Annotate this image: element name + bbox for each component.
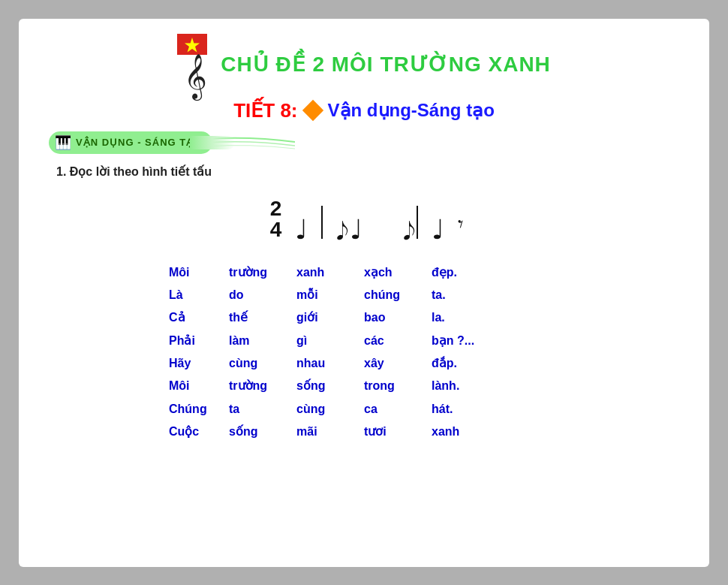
piano-icon: 🎹 <box>55 134 71 151</box>
lyric-word: xây <box>364 352 432 375</box>
header-top-row: 𝄞 CHỦ ĐỀ 2 MÔI TRƯỜNG XANH <box>41 34 687 95</box>
van-dung-subtitle: Vận dụng-Sáng tạo <box>328 100 495 121</box>
lyric-word: Môi <box>169 261 229 284</box>
lyrics-row: Làdomỗichúngta. <box>169 284 559 306</box>
lyrics-row: Môitrườngxanhxạchđẹp. <box>169 261 559 284</box>
note-5: ♩ <box>432 198 444 243</box>
lyric-word: Phải <box>169 330 229 352</box>
treble-clef-area: 𝄞 <box>177 34 207 95</box>
lyric-word: nhau <box>296 352 364 375</box>
lyric-word: thế <box>229 306 296 329</box>
lyric-word: mãi <box>296 421 364 443</box>
lyrics-row: Cuộcsốngmãitươixanh <box>169 421 559 443</box>
lyric-word: gì <box>296 330 364 352</box>
lyric-word: xanh <box>432 421 499 443</box>
lyric-word: ca <box>364 398 432 421</box>
lyric-word: trong <box>364 375 432 397</box>
lyric-word: do <box>229 284 296 306</box>
lyric-word: trường <box>229 375 296 397</box>
bar-line-1 <box>321 206 323 239</box>
tiet-label: TIẾT 8: <box>233 99 297 122</box>
bar-line-2 <box>417 206 418 239</box>
lyric-word: các <box>364 330 432 352</box>
lyric-word: Hãy <box>169 352 229 375</box>
lyrics-row: Môitrườngsốngtronglành. <box>169 375 559 397</box>
note-1: ♩ <box>295 198 308 243</box>
lyric-word: cùng <box>229 352 296 375</box>
lyric-word: xạch <box>364 261 432 284</box>
lyrics-row: Hãycùngnhauxâyđắp. <box>169 352 559 375</box>
lyric-word: Là <box>169 284 229 306</box>
lyric-word: Cả <box>169 306 229 329</box>
doc-loi-label: 1. Đọc lời theo hình tiết tấu <box>56 164 687 179</box>
lyric-word: ta. <box>432 284 499 306</box>
lyric-word: la. <box>432 306 499 329</box>
lyric-word: Môi <box>169 375 229 397</box>
lyric-word: đắp. <box>432 352 499 375</box>
orange-diamond-icon <box>302 100 323 121</box>
chu-de-title: CHỦ ĐỀ 2 MÔI TRƯỜNG XANH <box>221 52 551 77</box>
lyrics-row: Chúngtacùngcahát. <box>169 398 559 421</box>
vd-badge-row: 🎹 VẬN DỤNG - SÁNG TẠO <box>49 131 687 154</box>
lyric-word: xanh <box>296 261 364 284</box>
lyric-word: làm <box>229 330 296 352</box>
lyric-word: sống <box>296 375 364 397</box>
vietnam-flag-icon <box>177 34 207 55</box>
treble-clef-icon: 𝄞 <box>184 56 207 95</box>
lyric-word: ta <box>229 398 296 421</box>
lyric-word: bao <box>364 306 432 329</box>
lyrics-row: Cảthếgiớibaola. <box>169 306 559 329</box>
lyric-word: trường <box>229 261 296 284</box>
header-section: 𝄞 CHỦ ĐỀ 2 MÔI TRƯỜNG XANH TIẾT 8: Vận d… <box>41 34 687 122</box>
lyric-word: Cuộc <box>169 421 229 443</box>
lyric-word: giới <box>296 306 364 329</box>
note-3: ♩ <box>350 198 362 243</box>
lyric-word: mỗi <box>296 284 364 306</box>
lyric-word: chúng <box>364 284 432 306</box>
tiet-row: TIẾT 8: Vận dụng-Sáng tạo <box>41 99 687 122</box>
music-notes-row: 2 4 ♩ 𝅘𝅥𝅮 ♩ 𝅘𝅥𝅮 ♩ 𝄾 <box>41 191 687 243</box>
lyric-word: bạn ?... <box>432 330 499 352</box>
lyric-word: Chúng <box>169 398 229 421</box>
main-page: 𝄞 CHỦ ĐỀ 2 MÔI TRƯỜNG XANH TIẾT 8: Vận d… <box>19 19 709 567</box>
vd-badge: 🎹 VẬN DỤNG - SÁNG TẠO <box>49 131 212 154</box>
lyrics-section: Môitrườngxanhxạchđẹp.Làdomỗichúngta.Cảth… <box>169 261 559 444</box>
lyric-word: đẹp. <box>432 261 499 284</box>
lyric-word: hát. <box>432 398 499 421</box>
lyrics-row: Phảilàmgìcácbạn ?... <box>169 330 559 352</box>
lyric-word: sống <box>229 421 296 443</box>
lyric-word: tươi <box>364 421 432 443</box>
lyric-word: cùng <box>296 398 364 421</box>
vd-badge-text: VẬN DỤNG - SÁNG TẠO <box>76 137 202 148</box>
lyric-word: lành. <box>432 375 499 397</box>
time-signature: 2 4 <box>270 198 282 240</box>
